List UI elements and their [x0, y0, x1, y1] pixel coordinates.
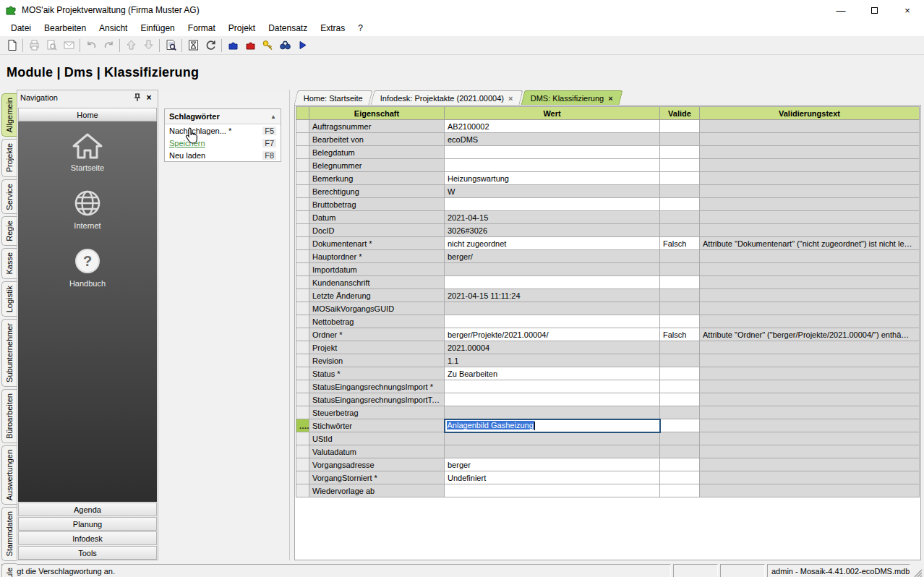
property-name-cell[interactable]: MOSaikVorgangsGUID [309, 302, 445, 315]
refresh-button[interactable] [202, 38, 219, 54]
module-tab-subunternehmer[interactable]: Subunternehmer [1, 319, 17, 387]
module-tab-projekte[interactable]: Projekte [1, 139, 17, 176]
property-name-cell[interactable]: Vorgangsadresse [309, 458, 445, 471]
keyword-action-neuladen[interactable]: Neu ladenF8 [165, 149, 281, 161]
property-value-cell[interactable] [445, 263, 660, 276]
property-value-cell[interactable]: Anlagenbild Gasheizung [445, 419, 660, 432]
property-name-cell[interactable]: Berechtigung [309, 185, 445, 198]
property-name-cell[interactable]: Letzte Änderung [309, 289, 445, 302]
nav-shortcut-handbuch[interactable]: ?Handbuch [69, 246, 106, 288]
property-value-cell[interactable] [445, 484, 660, 497]
puzzle-blue-button[interactable] [224, 38, 241, 54]
module-tab-logistik[interactable]: Logistik [1, 281, 17, 317]
resize-grip-icon[interactable] [912, 564, 923, 577]
property-name-cell[interactable]: Belegnummer [309, 159, 445, 172]
module-tab-module[interactable]: Module [1, 563, 17, 577]
module-tab-allgemein[interactable]: Allgemein [1, 93, 17, 137]
property-value-cell[interactable] [445, 159, 660, 172]
property-name-cell[interactable]: Steuerbetrag [309, 406, 445, 419]
property-value-cell[interactable]: nicht zugeordnet [445, 237, 660, 250]
property-value-cell[interactable]: 2021-04-15 [445, 211, 660, 224]
property-name-cell[interactable]: Valutadatum [309, 445, 445, 458]
nav-shortcut-internet[interactable]: Internet [71, 188, 104, 230]
nav-shortcut-startseite[interactable]: Startseite [71, 130, 104, 172]
property-name-cell[interactable]: Revision [309, 354, 445, 367]
property-name-cell[interactable]: Dokumentenart * [309, 237, 445, 250]
module-tab-auswertungen[interactable]: Auswertungen [1, 445, 17, 505]
document-search-button[interactable] [162, 38, 179, 54]
nav-group-planung[interactable]: Planung [18, 517, 157, 531]
tab-home[interactable]: Home: Startseite [294, 90, 373, 105]
property-name-cell[interactable]: Stichwörter [309, 419, 445, 432]
property-value-cell[interactable] [445, 302, 660, 315]
close-icon[interactable]: × [143, 93, 155, 103]
row-expand-button[interactable]: ... [296, 419, 309, 432]
tab-infodesk[interactable]: Infodesk: Projektakte (2021.00004)× [370, 90, 523, 105]
property-value-cell[interactable] [445, 432, 660, 445]
property-value-cell[interactable]: 2021-04-15 11:11:24 [445, 289, 660, 302]
menu-item-datensatz[interactable]: Datensatz [262, 21, 314, 35]
property-name-cell[interactable]: Bemerkung [309, 172, 445, 185]
column-header-wert[interactable]: Wert [445, 107, 660, 120]
property-name-cell[interactable]: StatusEingangsrechnungsImport * [309, 380, 445, 393]
minimize-button[interactable]: — [824, 0, 857, 20]
tab-dms[interactable]: DMS: Klassifizierung× [521, 90, 623, 105]
new-document-button[interactable] [3, 38, 20, 54]
property-value-cell[interactable]: 2021.00004 [445, 341, 660, 354]
column-header-valide[interactable]: Valide [660, 107, 700, 120]
tab-close-icon[interactable]: × [608, 94, 612, 103]
module-tab-service[interactable]: Service [1, 179, 17, 215]
property-value-cell[interactable] [445, 315, 660, 328]
property-value-cell[interactable] [445, 445, 660, 458]
property-name-cell[interactable]: Datum [309, 211, 445, 224]
property-value-cell[interactable]: berger/Projekte/2021.00004/ [445, 328, 660, 341]
property-name-cell[interactable]: DocID [309, 224, 445, 237]
column-header-eigenschaft[interactable]: Eigenschaft [309, 107, 445, 120]
module-tab-büroarbeiten[interactable]: Büroarbeiten [1, 389, 17, 443]
menu-item-extras[interactable]: Extras [314, 21, 351, 35]
property-name-cell[interactable]: Belegdatum [309, 146, 445, 159]
column-header-validierungstext[interactable]: Validierungstext [700, 107, 920, 120]
property-value-cell[interactable]: Zu Bearbeiten [445, 367, 660, 380]
property-name-cell[interactable]: StatusEingangsrechnungsImportText [309, 393, 445, 406]
property-value-cell[interactable] [445, 393, 660, 406]
key-button[interactable] [259, 38, 276, 54]
play-button[interactable] [294, 38, 311, 54]
hourglass-button[interactable] [184, 38, 202, 54]
close-button[interactable]: × [891, 0, 924, 20]
property-name-cell[interactable]: Auftragsnummer [309, 120, 445, 133]
property-value-cell[interactable]: 1.1 [445, 354, 660, 367]
property-value-cell[interactable]: berger [445, 458, 660, 471]
property-name-cell[interactable]: UStId [309, 432, 445, 445]
menu-item-ansicht[interactable]: Ansicht [93, 21, 134, 35]
property-name-cell[interactable]: Projekt [309, 341, 445, 354]
property-name-cell[interactable]: Kundenanschrift [309, 276, 445, 289]
collapse-icon[interactable]: ▲ [270, 114, 276, 120]
nav-group-infodesk[interactable]: Infodesk [18, 531, 157, 545]
property-name-cell[interactable]: VorgangStorniert * [309, 471, 445, 484]
module-tab-regie[interactable]: Regie [1, 216, 17, 246]
property-name-cell[interactable]: Bearbeitet von [309, 133, 445, 146]
tab-close-icon[interactable]: × [508, 94, 513, 103]
property-value-cell[interactable]: Undefiniert [445, 471, 660, 484]
property-value-cell[interactable]: W [445, 185, 660, 198]
property-name-cell[interactable]: Status * [309, 367, 445, 380]
module-tab-kasse[interactable]: Kasse [1, 248, 17, 279]
property-value-cell[interactable] [445, 380, 660, 393]
property-value-cell[interactable]: ecoDMS [445, 133, 660, 146]
property-value-cell[interactable] [445, 198, 660, 211]
property-value-cell[interactable] [445, 276, 660, 289]
property-name-cell[interactable]: Importdatum [309, 263, 445, 276]
menu-item-einfgen[interactable]: Einfügen [134, 21, 181, 35]
keyword-action-speichern[interactable]: SpeichernF7 [165, 137, 281, 149]
menu-item-?[interactable]: ? [351, 21, 369, 35]
property-value-cell[interactable] [445, 406, 660, 419]
puzzle-red-button[interactable] [241, 38, 259, 54]
binoculars-button[interactable] [276, 38, 294, 54]
keyword-action-nachschlagen[interactable]: Nachschlagen... *F5 [165, 124, 281, 137]
property-name-cell[interactable]: Nettobetrag [309, 315, 445, 328]
menu-item-datei[interactable]: Datei [4, 21, 38, 35]
maximize-button[interactable] [857, 0, 891, 20]
property-value-cell[interactable] [445, 146, 660, 159]
nav-group-agenda[interactable]: Agenda [18, 503, 157, 516]
